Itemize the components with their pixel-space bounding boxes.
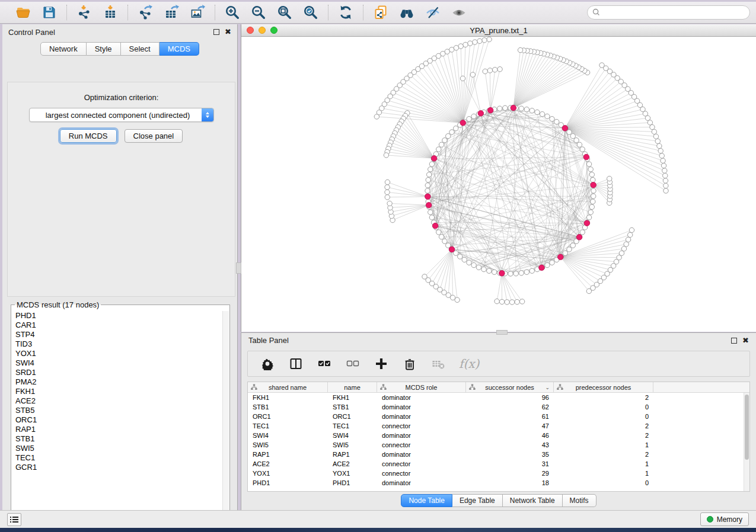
tab-mcds[interactable]: MCDS xyxy=(160,42,199,56)
mcds-result-item[interactable]: PHD1 xyxy=(15,311,222,321)
hide-selected-button[interactable] xyxy=(424,4,442,21)
mcds-result-item[interactable]: SWI5 xyxy=(15,444,222,453)
optimization-criterion-select[interactable]: largest connected component (undirected) xyxy=(29,108,214,122)
column-type-icon xyxy=(557,384,563,390)
zoom-out-button[interactable] xyxy=(250,4,267,21)
import-table-button[interactable] xyxy=(101,4,119,21)
save-session-button[interactable] xyxy=(40,4,58,21)
zoom-in-button[interactable] xyxy=(224,4,241,21)
column-header-predecessor-nodes[interactable]: predecessor nodes xyxy=(554,382,653,392)
column-header-shared-name[interactable]: shared name xyxy=(248,382,328,392)
import-network-button[interactable] xyxy=(75,4,93,21)
gear-button[interactable] xyxy=(260,356,275,371)
table-cell: YOX1 xyxy=(248,470,328,477)
export-network-button[interactable] xyxy=(136,4,154,21)
mcds-result-item[interactable]: GCR1 xyxy=(15,463,222,472)
vertical-splitter-handle[interactable] xyxy=(236,262,241,274)
network-canvas[interactable] xyxy=(241,37,756,332)
table-row[interactable]: STB1STB1dominator620 xyxy=(248,402,744,412)
table-cell: 1 xyxy=(554,441,653,448)
tab-edge-table[interactable]: Edge Table xyxy=(452,494,503,507)
clear-checks-icon xyxy=(346,357,359,370)
mcds-result-item[interactable]: CAR1 xyxy=(15,321,222,330)
function-builder-button[interactable]: f(x) xyxy=(459,357,479,371)
table-row[interactable]: PHD1PHD1dominator180 xyxy=(248,478,744,488)
tab-network[interactable]: Network xyxy=(40,42,87,56)
tab-node-table[interactable]: Node Table xyxy=(401,494,452,507)
mcds-result-item[interactable]: ORC1 xyxy=(15,415,222,425)
horizontal-splitter-handle[interactable] xyxy=(496,330,508,335)
table-row[interactable]: YOX1YOX1connector291 xyxy=(248,469,744,478)
table-row[interactable]: RAP1RAP1dominator352 xyxy=(248,450,744,459)
column-header-name[interactable]: name xyxy=(328,382,377,392)
close-panel-button[interactable]: Close panel xyxy=(125,129,183,143)
column-label: predecessor nodes xyxy=(576,384,631,391)
mcds-result-item[interactable]: TID3 xyxy=(15,339,222,349)
select-all-checks-button[interactable] xyxy=(317,356,332,371)
mcds-result-item[interactable]: STB1 xyxy=(15,434,222,444)
table-row[interactable]: FKH1FKH1dominator962 xyxy=(248,393,744,402)
table-row[interactable]: ORC1ORC1dominator610 xyxy=(248,412,744,421)
memory-button[interactable]: Memory xyxy=(700,512,749,526)
table-cell: 2 xyxy=(554,451,653,458)
mcds-result-item[interactable]: SWI4 xyxy=(15,358,222,368)
mcds-result-scrollbar[interactable] xyxy=(222,311,229,520)
column-header-MCDS-role[interactable]: MCDS role xyxy=(377,382,466,392)
mcds-result-item[interactable]: ACE2 xyxy=(15,396,222,406)
task-history-button[interactable] xyxy=(7,513,21,526)
mcds-result-item[interactable]: TEC1 xyxy=(15,453,222,463)
close-table-panel-icon[interactable]: ✖ xyxy=(742,338,749,344)
close-panel-icon[interactable]: ✖ xyxy=(225,29,231,35)
clear-checks-button[interactable] xyxy=(345,356,361,371)
zoom-fit-button[interactable] xyxy=(276,4,294,21)
table-cell: 96 xyxy=(466,394,554,401)
column-type-icon xyxy=(380,384,387,390)
run-mcds-button[interactable]: Run MCDS xyxy=(60,129,117,143)
mcds-result-item[interactable]: STB5 xyxy=(15,406,222,415)
mcds-result-item[interactable]: STP4 xyxy=(15,330,222,339)
zoom-fit-icon xyxy=(277,5,292,20)
tab-style[interactable]: Style xyxy=(87,42,121,56)
table-row[interactable]: TEC1TEC1connector472 xyxy=(248,421,744,431)
export-image-button[interactable] xyxy=(189,4,206,21)
optimization-criterion-label: Optimization criterion: xyxy=(8,93,235,102)
zoom-out-icon xyxy=(251,5,266,20)
table-row[interactable]: SWI5SWI5connector431 xyxy=(248,440,744,450)
mcds-result-item[interactable]: SRD1 xyxy=(15,368,222,377)
tab-select[interactable]: Select xyxy=(121,42,160,56)
table-scrollbar-thumb[interactable] xyxy=(745,395,749,460)
table-cell: dominator xyxy=(377,479,466,486)
float-panel-icon[interactable] xyxy=(213,29,219,35)
delete-table-button[interactable] xyxy=(430,356,446,371)
mcds-node xyxy=(583,154,589,160)
network-window-titlebar[interactable]: YPA_prune.txt_1 xyxy=(241,24,756,37)
export-network-icon xyxy=(138,5,153,20)
mcds-result-item[interactable]: RAP1 xyxy=(15,425,222,434)
export-table-button[interactable] xyxy=(162,4,180,21)
mcds-result-item[interactable]: FKH1 xyxy=(15,387,222,396)
table-cell: dominator xyxy=(377,451,466,458)
columns-button[interactable] xyxy=(288,356,304,371)
first-neighbors-button[interactable] xyxy=(398,4,416,21)
tab-motifs[interactable]: Motifs xyxy=(563,494,596,507)
mcds-result-item[interactable]: YOX1 xyxy=(15,349,222,358)
table-row[interactable]: SWI4SWI4dominator462 xyxy=(248,431,744,440)
mcds-node xyxy=(432,223,438,229)
refresh-button[interactable] xyxy=(337,4,355,21)
table-cell: ORC1 xyxy=(248,413,328,420)
add-row-button[interactable] xyxy=(374,356,389,371)
zoom-selected-button[interactable] xyxy=(302,4,320,21)
search-input[interactable] xyxy=(587,5,750,20)
column-header-successor-nodes[interactable]: successor nodes⌄ xyxy=(466,382,554,392)
float-table-panel-icon[interactable] xyxy=(731,338,737,344)
show-all-button[interactable] xyxy=(450,4,468,21)
copy-share-button[interactable] xyxy=(372,4,390,21)
mcds-result-list[interactable]: PHD1CAR1STP4TID3YOX1SWI4SRD1PMA2FKH1ACE2… xyxy=(12,311,222,520)
mcds-result-item[interactable]: PMA2 xyxy=(15,377,222,387)
table-cell: ORC1 xyxy=(328,413,377,420)
table-scrollbar[interactable] xyxy=(744,393,749,491)
tab-network-table[interactable]: Network Table xyxy=(503,494,563,507)
open-file-button[interactable] xyxy=(14,4,32,21)
delete-rows-button[interactable] xyxy=(402,356,417,371)
table-row[interactable]: ACE2ACE2connector311 xyxy=(248,459,744,469)
